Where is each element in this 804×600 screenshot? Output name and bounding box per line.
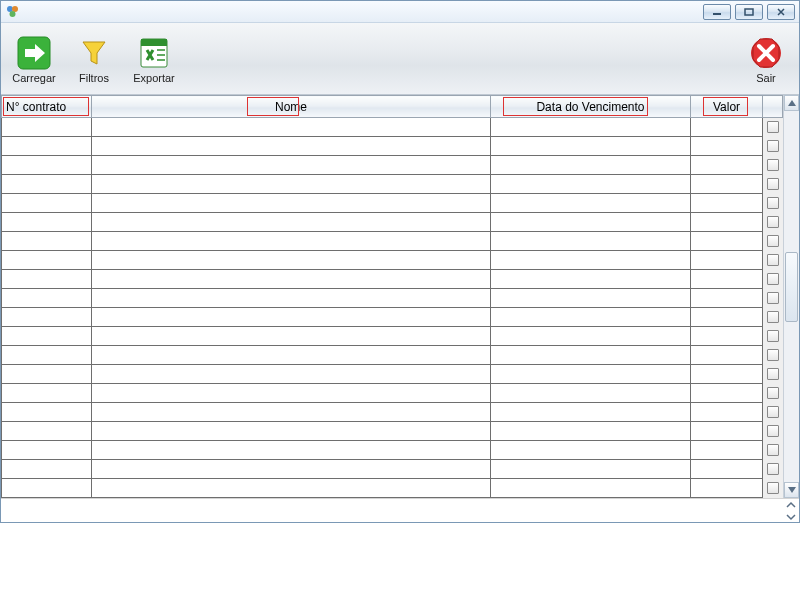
exportar-button[interactable]: Exportar (129, 32, 179, 85)
table-cell[interactable] (691, 479, 763, 498)
table-cell[interactable] (491, 384, 691, 403)
table-cell[interactable] (92, 251, 491, 270)
scroll-up-button[interactable] (784, 95, 799, 111)
row-checkbox-cell[interactable] (763, 346, 783, 365)
table-row[interactable] (2, 270, 783, 289)
table-cell[interactable] (2, 251, 92, 270)
table-cell[interactable] (92, 403, 491, 422)
table-cell[interactable] (2, 365, 92, 384)
row-checkbox[interactable] (767, 482, 779, 494)
table-row[interactable] (2, 289, 783, 308)
maximize-button[interactable] (735, 4, 763, 20)
table-cell[interactable] (691, 327, 763, 346)
table-cell[interactable] (92, 232, 491, 251)
table-cell[interactable] (2, 289, 92, 308)
table-cell[interactable] (92, 289, 491, 308)
table-cell[interactable] (92, 460, 491, 479)
table-row[interactable] (2, 251, 783, 270)
table-cell[interactable] (491, 460, 691, 479)
row-checkbox[interactable] (767, 387, 779, 399)
table-cell[interactable] (92, 479, 491, 498)
table-cell[interactable] (691, 232, 763, 251)
col-header-nome[interactable]: Nome (92, 96, 491, 118)
table-cell[interactable] (491, 175, 691, 194)
table-cell[interactable] (2, 232, 92, 251)
row-checkbox-cell[interactable] (763, 479, 783, 498)
table-cell[interactable] (491, 251, 691, 270)
row-checkbox-cell[interactable] (763, 213, 783, 232)
row-checkbox[interactable] (767, 273, 779, 285)
table-cell[interactable] (691, 251, 763, 270)
table-cell[interactable] (691, 441, 763, 460)
table-cell[interactable] (491, 232, 691, 251)
table-cell[interactable] (92, 175, 491, 194)
row-checkbox[interactable] (767, 349, 779, 361)
row-checkbox-cell[interactable] (763, 365, 783, 384)
row-checkbox-cell[interactable] (763, 118, 783, 137)
table-cell[interactable] (92, 422, 491, 441)
table-row[interactable] (2, 422, 783, 441)
table-cell[interactable] (92, 365, 491, 384)
table-cell[interactable] (691, 422, 763, 441)
table-cell[interactable] (92, 327, 491, 346)
table-cell[interactable] (691, 460, 763, 479)
table-row[interactable] (2, 156, 783, 175)
table-row[interactable] (2, 365, 783, 384)
table-cell[interactable] (491, 479, 691, 498)
table-cell[interactable] (491, 289, 691, 308)
row-checkbox-cell[interactable] (763, 194, 783, 213)
table-cell[interactable] (92, 270, 491, 289)
row-checkbox-cell[interactable] (763, 270, 783, 289)
row-checkbox-cell[interactable] (763, 137, 783, 156)
table-cell[interactable] (92, 346, 491, 365)
chevron-up-icon[interactable] (783, 500, 799, 510)
table-row[interactable] (2, 118, 783, 137)
col-header-checkbox[interactable] (763, 96, 783, 118)
table-cell[interactable] (691, 384, 763, 403)
filtros-button[interactable]: Filtros (69, 32, 119, 85)
scroll-track[interactable] (784, 111, 799, 482)
table-cell[interactable] (92, 194, 491, 213)
row-checkbox[interactable] (767, 330, 779, 342)
row-checkbox[interactable] (767, 463, 779, 475)
row-checkbox[interactable] (767, 444, 779, 456)
table-cell[interactable] (691, 403, 763, 422)
row-checkbox-cell[interactable] (763, 384, 783, 403)
table-cell[interactable] (691, 137, 763, 156)
table-cell[interactable] (491, 422, 691, 441)
row-checkbox[interactable] (767, 159, 779, 171)
table-cell[interactable] (691, 308, 763, 327)
table-cell[interactable] (691, 175, 763, 194)
table-cell[interactable] (2, 346, 92, 365)
chevron-down-icon[interactable] (783, 512, 799, 522)
table-cell[interactable] (92, 137, 491, 156)
row-checkbox-cell[interactable] (763, 422, 783, 441)
table-cell[interactable] (691, 194, 763, 213)
table-cell[interactable] (92, 384, 491, 403)
table-cell[interactable] (92, 156, 491, 175)
row-checkbox-cell[interactable] (763, 441, 783, 460)
table-cell[interactable] (2, 327, 92, 346)
scroll-down-button[interactable] (784, 482, 799, 498)
table-cell[interactable] (2, 175, 92, 194)
vertical-scrollbar[interactable] (783, 95, 799, 498)
table-row[interactable] (2, 327, 783, 346)
table-cell[interactable] (92, 308, 491, 327)
table-cell[interactable] (691, 346, 763, 365)
table-cell[interactable] (2, 194, 92, 213)
table-cell[interactable] (491, 270, 691, 289)
table-row[interactable] (2, 232, 783, 251)
table-row[interactable] (2, 384, 783, 403)
table-cell[interactable] (92, 213, 491, 232)
table-cell[interactable] (491, 156, 691, 175)
table-cell[interactable] (691, 118, 763, 137)
table-row[interactable] (2, 308, 783, 327)
table-row[interactable] (2, 403, 783, 422)
row-checkbox[interactable] (767, 292, 779, 304)
row-checkbox[interactable] (767, 235, 779, 247)
row-checkbox-cell[interactable] (763, 460, 783, 479)
row-checkbox[interactable] (767, 197, 779, 209)
table-cell[interactable] (2, 270, 92, 289)
table-cell[interactable] (2, 137, 92, 156)
table-cell[interactable] (491, 118, 691, 137)
